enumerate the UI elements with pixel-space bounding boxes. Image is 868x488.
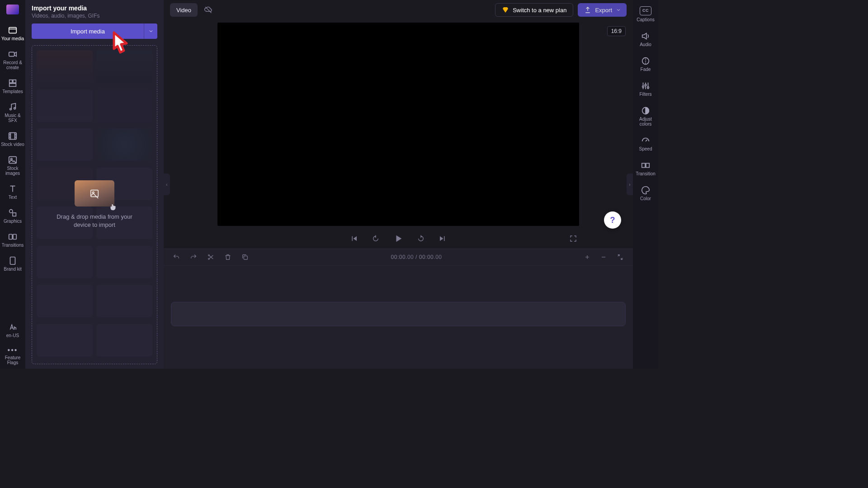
video-title-button[interactable]: Video — [170, 3, 198, 17]
text-icon — [8, 184, 18, 194]
svg-point-22 — [645, 84, 646, 86]
sidebar-item-label: Record & create — [3, 60, 22, 70]
sidebar-item-stock-video[interactable]: Stock video — [0, 128, 25, 150]
video-preview[interactable] — [217, 23, 579, 226]
help-fab-button[interactable]: ? — [604, 211, 621, 229]
cc-icon: CC — [640, 6, 651, 15]
timeline-track-empty[interactable] — [171, 302, 626, 326]
svg-rect-19 — [244, 256, 247, 259]
templates-icon — [8, 78, 18, 88]
right-item-label: Color — [640, 196, 651, 201]
right-item-label: Speed — [639, 146, 652, 151]
svg-rect-3 — [13, 80, 16, 83]
svg-rect-11 — [13, 213, 16, 216]
sidebar-item-label: Text — [9, 195, 17, 200]
right-item-transition[interactable]: Transition — [633, 158, 658, 180]
export-button[interactable]: Export — [578, 3, 627, 17]
right-item-label: Fade — [641, 67, 651, 72]
step-forward-button[interactable] — [415, 233, 427, 244]
image-icon — [8, 155, 18, 165]
sidebar-item-transitions[interactable]: Transitions — [0, 229, 25, 251]
speaker-icon — [641, 31, 651, 41]
right-item-color[interactable]: Color — [633, 183, 658, 205]
svg-rect-14 — [10, 257, 15, 265]
aspect-ratio-button[interactable]: 16:9 — [607, 26, 626, 36]
sidebar-item-label: Stock images — [5, 166, 20, 176]
sidebar-item-music-sfx[interactable]: Music & SFX — [0, 99, 25, 127]
media-panel: Import your media Videos, audio, images,… — [25, 0, 164, 369]
play-button[interactable] — [392, 232, 405, 245]
right-item-audio[interactable]: Audio — [633, 28, 658, 51]
diamond-icon — [502, 6, 509, 14]
right-item-fade[interactable]: Fade — [633, 53, 658, 75]
right-item-filters[interactable]: Filters — [633, 78, 658, 100]
svg-point-17 — [208, 255, 210, 256]
sliders-icon — [641, 81, 651, 91]
time-total-frac: .00 — [434, 254, 442, 260]
sidebar-item-label: Music & SFX — [0, 113, 25, 123]
import-media-dropdown-button[interactable] — [144, 23, 157, 39]
duplicate-button[interactable] — [241, 253, 250, 262]
sidebar-item-templates[interactable]: Templates — [0, 75, 25, 98]
speedometer-icon — [641, 136, 651, 145]
sidebar-item-text[interactable]: Text — [0, 181, 25, 203]
svg-rect-15 — [91, 190, 99, 197]
step-back-button[interactable] — [370, 233, 382, 244]
prev-clip-button[interactable] — [348, 233, 360, 244]
drag-thumb-illustration — [75, 180, 114, 206]
export-label: Export — [595, 7, 612, 14]
sidebar-item-label: Graphics — [4, 219, 22, 224]
image-icon — [90, 188, 99, 198]
sidebar-item-record-create[interactable]: Record & create — [0, 47, 25, 74]
right-item-captions[interactable]: CC Captions — [633, 4, 658, 26]
svg-rect-26 — [646, 163, 649, 167]
switch-plan-button[interactable]: Switch to a new plan — [495, 3, 573, 17]
time-sep: / — [414, 254, 419, 260]
font-icon — [8, 322, 18, 332]
next-clip-button[interactable] — [437, 233, 448, 244]
timeline-area[interactable] — [164, 266, 633, 369]
right-item-label: Audio — [640, 42, 651, 47]
sidebar-item-label: en-US — [6, 333, 19, 338]
redo-button[interactable] — [189, 253, 198, 262]
switch-plan-label: Switch to a new plan — [513, 7, 566, 14]
film-icon — [8, 131, 18, 141]
right-item-speed[interactable]: Speed — [633, 133, 658, 155]
music-icon — [8, 102, 18, 112]
panel-title: Import your media — [32, 5, 157, 12]
hand-grab-icon — [108, 202, 118, 212]
right-sidebar: CC Captions Audio Fade Filters Adjust co… — [633, 0, 658, 369]
zoom-out-button[interactable] — [599, 253, 608, 261]
shapes-icon — [8, 208, 18, 218]
ellipsis-icon: ••• — [8, 346, 18, 354]
cloud-sync-off-icon[interactable] — [204, 5, 213, 14]
dropzone-center: Drag & drop media from your device to im… — [32, 46, 157, 364]
undo-button[interactable] — [172, 253, 181, 262]
sidebar-item-label: Your media — [1, 36, 24, 41]
sidebar-item-your-media[interactable]: Your media — [0, 23, 25, 45]
time-current: 00:00 — [391, 254, 406, 260]
zoom-in-button[interactable] — [583, 253, 591, 261]
split-button[interactable] — [206, 253, 215, 262]
sidebar-item-label: Templates — [2, 89, 23, 94]
sidebar-item-brand-kit[interactable]: Brand kit — [0, 253, 25, 275]
sidebar-item-stock-images[interactable]: Stock images — [0, 152, 25, 179]
right-item-adjust-colors[interactable]: Adjust colors — [633, 103, 658, 130]
fullscreen-button[interactable] — [567, 233, 579, 244]
collapse-properties-handle[interactable]: › — [627, 174, 633, 195]
sidebar-item-graphics[interactable]: Graphics — [0, 205, 25, 227]
timeline-timecode: 00:00.00 / 00:00.00 — [391, 254, 442, 260]
upload-icon — [584, 6, 591, 14]
panel-subtitle: Videos, audio, images, GIFs — [32, 13, 157, 19]
time-current-frac: .00 — [406, 254, 414, 260]
fit-timeline-button[interactable] — [616, 253, 625, 262]
chevron-down-icon — [148, 28, 154, 34]
sidebar-item-feature-flags[interactable]: ••• Feature Flags — [0, 343, 25, 369]
svg-rect-13 — [13, 235, 16, 239]
import-media-button[interactable]: Import media — [32, 23, 144, 39]
sidebar-item-label: Feature Flags — [5, 355, 20, 365]
right-item-label: Adjust colors — [633, 117, 658, 127]
media-dropzone[interactable]: Drag & drop media from your device to im… — [32, 45, 157, 364]
sidebar-item-locale[interactable]: en-US — [0, 319, 25, 342]
delete-button[interactable] — [223, 253, 232, 262]
